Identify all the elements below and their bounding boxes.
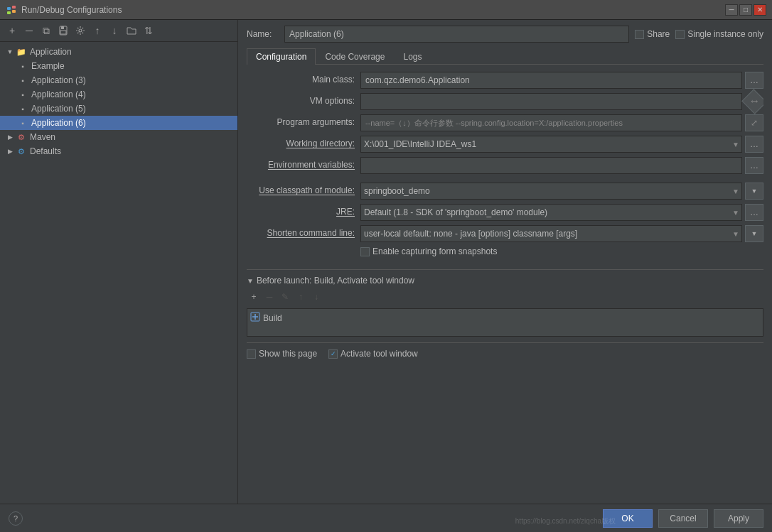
tree-item-app3[interactable]: ▪ Application (3) xyxy=(0,73,237,87)
before-launch-up-btn[interactable]: ↑ xyxy=(294,290,308,304)
tree-item-maven[interactable]: ▶ ⚙ Maven xyxy=(0,130,237,144)
jre-row: JRE: Default (1.8 - SDK of 'springboot_d… xyxy=(247,204,763,221)
vm-options-label: VM options: xyxy=(247,93,360,106)
before-launch-remove-btn[interactable]: ─ xyxy=(262,290,277,304)
add-config-button[interactable]: + xyxy=(4,23,20,38)
maven-icon: ⚙ xyxy=(16,131,27,143)
config-form: Main class: … VM options: ⤢ Program argu… xyxy=(247,72,763,498)
show-page-checkbox[interactable] xyxy=(247,349,256,359)
shorten-select[interactable]: user-local default: none - java [options… xyxy=(360,225,742,242)
show-page-label: Show this page xyxy=(259,349,317,359)
working-dir-browse-btn[interactable]: … xyxy=(745,136,763,153)
svg-rect-1 xyxy=(12,6,16,9)
close-button[interactable]: ✕ xyxy=(754,4,766,16)
working-dir-row: Working directory: X:\001_IDE\IntelliJ I… xyxy=(247,136,763,153)
title-bar-icon xyxy=(6,4,17,16)
sort-button[interactable]: ⇅ xyxy=(141,23,156,38)
single-instance-checkbox[interactable] xyxy=(675,30,685,39)
before-launch-header: ▼ Before launch: Build, Activate tool wi… xyxy=(247,276,763,286)
classpath-label: Use classpath of module: xyxy=(247,183,360,195)
app-icon-5: ▪ xyxy=(17,103,28,114)
name-input[interactable] xyxy=(284,26,629,43)
program-args-row: Program arguments: ⤢ xyxy=(247,114,763,131)
tree-label-application-root: Application xyxy=(30,47,72,57)
move-up-button[interactable]: ↑ xyxy=(90,23,105,38)
tree-item-application-root[interactable]: ▼ 📁 Application xyxy=(0,45,237,59)
main-class-browse-btn[interactable]: … xyxy=(745,72,763,89)
minimize-button[interactable]: ─ xyxy=(725,4,738,16)
show-page-checkbox-label[interactable]: Show this page xyxy=(247,349,317,359)
tree-item-app4[interactable]: ▪ Application (4) xyxy=(0,87,237,102)
shorten-control: user-local default: none - java [options… xyxy=(360,225,763,242)
title-bar-title: Run/Debug Configurations xyxy=(21,5,725,15)
jre-control: Default (1.8 - SDK of 'springboot_demo' … xyxy=(360,204,763,221)
share-label: Share xyxy=(647,29,670,39)
classpath-select[interactable]: springboot_demo xyxy=(360,183,742,200)
share-checkbox-label[interactable]: Share xyxy=(635,29,670,39)
config-tabs: Configuration Code Coverage Logs xyxy=(247,48,763,65)
svg-rect-6 xyxy=(60,31,66,34)
tab-code-coverage[interactable]: Code Coverage xyxy=(316,48,394,65)
vm-options-expand-btn[interactable]: ⤢ xyxy=(741,89,763,114)
tree-item-defaults[interactable]: ▶ ⚙ Defaults xyxy=(0,144,237,158)
build-icon xyxy=(250,312,260,324)
vm-options-input[interactable] xyxy=(360,93,742,110)
program-args-expand-btn[interactable]: ⤢ xyxy=(745,114,763,131)
before-launch-collapse-arrow[interactable]: ▼ xyxy=(247,277,254,285)
title-bar-controls: ─ □ ✕ xyxy=(725,4,766,16)
tree-arrow-defaults: ▶ xyxy=(6,147,14,156)
save-config-button[interactable] xyxy=(55,23,71,38)
help-button[interactable]: ? xyxy=(9,511,23,526)
tree-label-app5: Application (5) xyxy=(31,104,86,114)
bottom-options: Show this page Activate tool window xyxy=(247,342,763,362)
maximize-button[interactable]: □ xyxy=(739,4,752,16)
main-class-control: … xyxy=(360,72,763,89)
build-list-item[interactable]: Build xyxy=(250,312,760,324)
app-icon-3: ▪ xyxy=(17,75,28,86)
capture-snapshots-checkbox-label[interactable]: Enable capturing form snapshots xyxy=(360,246,497,256)
single-instance-checkbox-label[interactable]: Single instance only xyxy=(675,29,763,39)
move-down-button[interactable]: ↓ xyxy=(107,23,122,38)
capture-snapshots-checkbox[interactable] xyxy=(360,247,370,256)
tree-item-app5[interactable]: ▪ Application (5) xyxy=(0,102,237,116)
activate-tool-checkbox[interactable] xyxy=(328,349,338,359)
ok-button[interactable]: OK xyxy=(603,509,653,528)
tree-label-maven: Maven xyxy=(30,132,55,142)
classpath-browse-btn[interactable]: ▼ xyxy=(745,183,763,200)
apply-button[interactable]: Apply xyxy=(714,509,763,528)
working-dir-select[interactable]: X:\001_IDE\IntelliJ IDEA_ws1 xyxy=(360,136,742,153)
activate-tool-checkbox-label[interactable]: Activate tool window xyxy=(328,349,418,359)
jre-browse-btn[interactable]: … xyxy=(745,204,763,221)
before-launch-add-btn[interactable]: + xyxy=(247,290,261,304)
before-launch-edit-btn[interactable]: ✎ xyxy=(278,290,292,304)
capture-snapshots-label: Enable capturing form snapshots xyxy=(372,246,497,256)
settings-config-button[interactable] xyxy=(73,23,88,38)
share-checkbox[interactable] xyxy=(635,30,644,39)
tree-item-example[interactable]: ▪ Example xyxy=(0,59,237,73)
build-item-label: Build xyxy=(263,313,282,323)
tree-label-example: Example xyxy=(31,61,65,71)
classpath-row: Use classpath of module: springboot_demo… xyxy=(247,183,763,200)
main-class-label: Main class: xyxy=(247,72,360,85)
activate-tool-label: Activate tool window xyxy=(341,349,418,359)
main-layout: + ─ ⧉ ↑ ↓ ⇅ ▼ 📁 Application xyxy=(0,20,772,504)
tab-configuration[interactable]: Configuration xyxy=(247,48,316,65)
copy-config-button[interactable]: ⧉ xyxy=(38,23,54,38)
main-class-input[interactable] xyxy=(360,72,742,89)
tab-logs[interactable]: Logs xyxy=(394,48,431,65)
program-args-input[interactable] xyxy=(360,114,742,131)
folder-button[interactable] xyxy=(124,23,139,38)
shorten-browse-btn[interactable]: ▼ xyxy=(745,225,763,242)
classpath-control: springboot_demo ▼ ▼ xyxy=(360,183,763,200)
env-vars-input[interactable] xyxy=(360,157,742,174)
env-vars-label: Environment variables: xyxy=(247,157,360,170)
tree-item-app6[interactable]: ▪ Application (6) xyxy=(0,116,237,130)
name-options: Share Single instance only xyxy=(635,29,763,39)
before-launch-down-btn[interactable]: ↓ xyxy=(309,290,323,304)
jre-select[interactable]: Default (1.8 - SDK of 'springboot_demo' … xyxy=(360,204,742,221)
env-vars-browse-btn[interactable]: … xyxy=(745,157,763,174)
remove-config-button[interactable]: ─ xyxy=(21,23,37,38)
name-label: Name: xyxy=(247,29,279,39)
vm-options-control: ⤢ xyxy=(360,93,763,110)
cancel-button[interactable]: Cancel xyxy=(658,509,708,528)
